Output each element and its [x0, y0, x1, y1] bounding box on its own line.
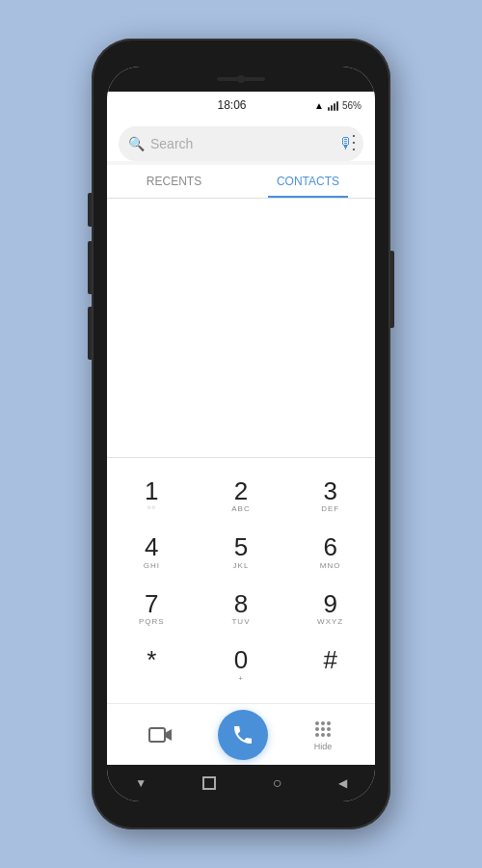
wifi-icon: ▲ [314, 100, 324, 111]
nav-square-icon[interactable] [202, 776, 216, 790]
video-icon [148, 725, 174, 745]
status-bar: 18:06 ▲ 56% [107, 92, 375, 119]
dial-key-8[interactable]: 8 TUV [197, 581, 286, 637]
hide-dialpad-button[interactable]: Hide [312, 719, 334, 751]
status-icons: ▲ 56% [314, 99, 362, 111]
svg-point-5 [321, 727, 325, 731]
dial-key-star[interactable]: * [107, 637, 197, 693]
tab-contacts[interactable]: CONTACTS [241, 165, 375, 198]
dial-key-3[interactable]: 3 DEF [285, 468, 375, 525]
search-field[interactable]: 🔍 Search 🎙 [119, 126, 363, 161]
svg-point-9 [327, 733, 331, 737]
dial-key-2[interactable]: 2 ABC [197, 468, 286, 525]
search-icon: 🔍 [128, 136, 145, 151]
volume-down-button[interactable] [88, 241, 92, 294]
nav-bar: ▼ ○ ◀ [107, 765, 375, 801]
power-button-left[interactable] [88, 307, 92, 360]
svg-point-1 [315, 721, 319, 725]
svg-point-8 [321, 733, 325, 737]
svg-point-2 [321, 721, 325, 725]
dial-key-6[interactable]: 6 MNO [285, 524, 375, 581]
svg-point-4 [315, 727, 319, 731]
dialpad: 1 ○○ 2 ABC 3 DEF 4 GHI 5 JKL [107, 458, 375, 703]
dialpad-grid-icon [312, 719, 334, 740]
video-call-button[interactable] [148, 725, 174, 745]
svg-point-6 [327, 727, 331, 731]
dialpad-grid: 1 ○○ 2 ABC 3 DEF 4 GHI 5 JKL [107, 468, 375, 693]
svg-point-7 [315, 733, 319, 737]
nav-back-icon[interactable]: ◀ [338, 776, 347, 790]
power-button-right[interactable] [390, 251, 394, 328]
bottom-action-bar: Hide [107, 703, 375, 765]
signal-icon [328, 99, 338, 111]
nav-home-icon[interactable]: ○ [273, 774, 282, 792]
phone-device: 18:06 ▲ 56% 🔍 Search [92, 39, 390, 829]
dial-key-4[interactable]: 4 GHI [107, 524, 197, 581]
tab-recents[interactable]: RECENTS [107, 165, 241, 198]
hide-label: Hide [314, 742, 333, 751]
camera-dot [237, 75, 245, 83]
battery-percent: 56% [342, 100, 362, 111]
nav-down-icon[interactable]: ▼ [135, 776, 147, 790]
dial-key-1[interactable]: 1 ○○ [107, 468, 197, 525]
svg-rect-0 [149, 728, 165, 742]
search-bar-container: 🔍 Search 🎙 [107, 119, 375, 161]
phone-screen: 18:06 ▲ 56% 🔍 Search [107, 67, 375, 801]
more-options-icon[interactable]: ⋮ [344, 130, 363, 153]
dial-key-0[interactable]: 0 + [197, 637, 286, 693]
dial-key-hash[interactable]: # [285, 637, 375, 693]
dial-key-5[interactable]: 5 JKL [197, 524, 286, 581]
contacts-content-area [107, 199, 375, 457]
top-notch [107, 67, 375, 92]
svg-point-3 [327, 721, 331, 725]
tab-bar: RECENTS CONTACTS [107, 165, 375, 199]
search-placeholder[interactable]: Search [150, 136, 333, 151]
dial-key-9[interactable]: 9 WXYZ [285, 581, 375, 637]
dial-key-7[interactable]: 7 PQRS [107, 581, 197, 637]
call-button[interactable] [218, 710, 268, 760]
battery-icon: 56% [342, 100, 362, 111]
phone-icon [231, 723, 254, 746]
volume-up-button[interactable] [88, 193, 92, 227]
status-time: 18:06 [149, 98, 314, 112]
